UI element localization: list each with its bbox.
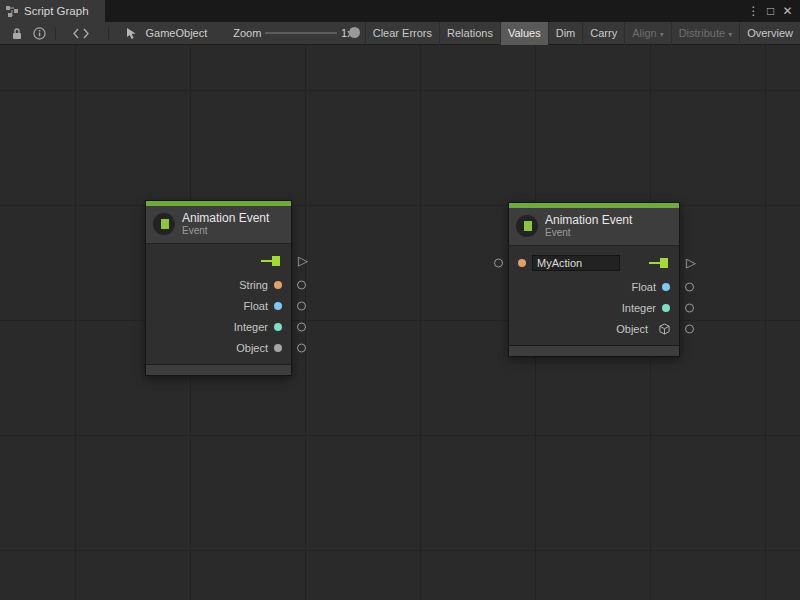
- tab-script-graph[interactable]: Script Graph: [0, 0, 105, 22]
- zoom-label: Zoom: [233, 27, 261, 39]
- event-play-icon: [516, 215, 538, 237]
- node-body: ▷ String Float Integer Object: [146, 243, 291, 364]
- port-label-object: Object: [616, 323, 648, 335]
- node-subtitle: Event: [182, 225, 269, 237]
- node-body: ▷ Float Integer Object: [509, 245, 679, 345]
- output-row-float: Float: [509, 276, 679, 297]
- float-output-port[interactable]: [297, 301, 306, 310]
- float-output-port[interactable]: [685, 282, 694, 291]
- output-row-integer: Integer: [509, 297, 679, 318]
- animation-event-node[interactable]: Animation Event Event ▷ Float I: [508, 202, 680, 357]
- node-footer: [146, 364, 291, 375]
- maximize-icon[interactable]: □: [762, 0, 779, 22]
- gameobject-label: GameObject: [146, 27, 208, 39]
- distribute-dropdown[interactable]: Distribute ▾: [671, 22, 739, 45]
- flow-arrow-icon: [261, 256, 280, 266]
- node-header[interactable]: Animation Event Event: [146, 206, 291, 243]
- object-output-port[interactable]: [685, 324, 694, 333]
- flow-arrow-icon: [649, 258, 668, 268]
- toolbar-buttons: Clear Errors Relations Values Dim Carry …: [365, 22, 800, 45]
- port-label-float: Float: [632, 281, 656, 293]
- name-input-port[interactable]: [494, 258, 503, 267]
- integer-output-port[interactable]: [297, 322, 306, 331]
- zoom-slider-handle[interactable]: [349, 27, 360, 38]
- string-type-dot: [274, 281, 282, 289]
- object-type-dot: [274, 344, 282, 352]
- tab-title: Script Graph: [24, 5, 89, 17]
- output-row-string: String: [146, 274, 291, 295]
- output-row-object: Object: [146, 337, 291, 358]
- script-graph-icon: [6, 6, 18, 17]
- output-row-integer: Integer: [146, 316, 291, 337]
- output-row-object: Object: [509, 318, 679, 339]
- flow-output-row: ▷: [146, 247, 291, 274]
- integer-output-port[interactable]: [685, 303, 694, 312]
- lock-icon[interactable]: [6, 22, 28, 44]
- gameobject-picker-icon[interactable]: [121, 22, 142, 44]
- toolbar-separator: [108, 27, 109, 40]
- flow-output-port[interactable]: ▷: [298, 254, 308, 267]
- float-type-dot: [662, 283, 670, 291]
- chevron-down-icon: ▾: [660, 30, 664, 39]
- port-label-float: Float: [244, 300, 268, 312]
- node-footer: [509, 345, 679, 356]
- port-label-integer: Integer: [622, 302, 656, 314]
- graph-canvas[interactable]: Animation Event Event ▷ String Float: [0, 45, 800, 600]
- window-controls: ⋮ □ ✕: [745, 0, 800, 22]
- string-type-dot: [518, 259, 526, 267]
- node-subtitle: Event: [545, 227, 632, 239]
- integer-type-dot: [662, 304, 670, 312]
- cube-icon: [659, 323, 670, 335]
- graph-toolbar: GameObject Zoom 1x Clear Errors Relation…: [0, 22, 800, 45]
- string-output-port[interactable]: [297, 280, 306, 289]
- port-label-integer: Integer: [234, 321, 268, 333]
- align-dropdown[interactable]: Align ▾: [624, 22, 670, 45]
- chevron-down-icon: ▾: [728, 30, 732, 39]
- object-output-port[interactable]: [297, 343, 306, 352]
- node-header[interactable]: Animation Event Event: [509, 208, 679, 245]
- node-title: Animation Event: [545, 213, 632, 227]
- tab-bar: Script Graph ⋮ □ ✕: [0, 0, 800, 22]
- dim-button[interactable]: Dim: [548, 22, 583, 45]
- carry-button[interactable]: Carry: [582, 22, 624, 45]
- port-label-string: String: [239, 279, 268, 291]
- relations-button[interactable]: Relations: [439, 22, 500, 45]
- zoom-slider-track[interactable]: [265, 32, 337, 34]
- node-title: Animation Event: [182, 211, 269, 225]
- flow-output-port[interactable]: ▷: [686, 256, 696, 269]
- clear-errors-button[interactable]: Clear Errors: [365, 22, 439, 45]
- event-play-icon: [153, 213, 175, 235]
- code-preview-icon[interactable]: [68, 22, 94, 44]
- zoom-slider[interactable]: [265, 22, 337, 44]
- integer-type-dot: [274, 323, 282, 331]
- close-icon[interactable]: ✕: [779, 0, 796, 22]
- port-label-object: Object: [236, 342, 268, 354]
- output-row-float: Float: [146, 295, 291, 316]
- name-and-flow-row: ▷: [509, 249, 679, 276]
- overview-button[interactable]: Overview: [739, 22, 800, 45]
- float-type-dot: [274, 302, 282, 310]
- values-button[interactable]: Values: [500, 22, 548, 45]
- action-name-input[interactable]: [532, 255, 620, 271]
- animation-event-node[interactable]: Animation Event Event ▷ String Float: [145, 200, 292, 376]
- menu-icon[interactable]: ⋮: [745, 0, 762, 22]
- toolbar-separator: [55, 27, 56, 40]
- info-icon[interactable]: [28, 22, 51, 44]
